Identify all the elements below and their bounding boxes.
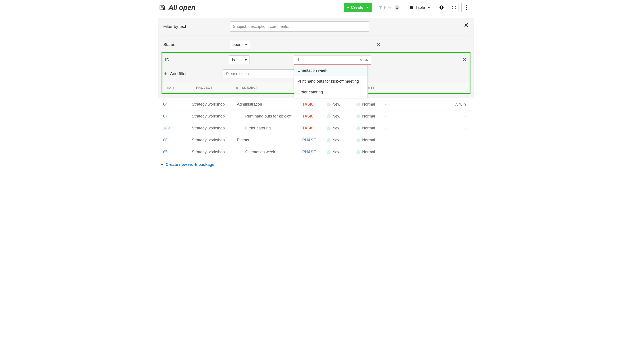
svg-point-9 (466, 7, 467, 8)
expand-icon[interactable]: ⌄ (232, 103, 235, 106)
chevron-up-icon[interactable] (365, 59, 368, 61)
close-filter-button[interactable]: ✕ (464, 22, 469, 28)
remove-id-filter-button[interactable]: ✕ (462, 57, 466, 63)
filter-icon (378, 6, 382, 10)
create-button-label: Create (351, 5, 363, 10)
subject-cell: Orientation week (232, 150, 302, 154)
svg-rect-4 (410, 8, 413, 8)
work-package-id-link[interactable]: 65 (163, 150, 168, 154)
svg-point-8 (466, 5, 467, 6)
column-project-header[interactable]: PROJECT (196, 86, 236, 90)
fullscreen-button[interactable] (449, 3, 459, 12)
filter-id-label: ID (164, 58, 229, 62)
type-badge: TASK (302, 126, 313, 130)
svg-rect-6 (441, 7, 442, 8)
subject-cell: Print hand outs for kick-off... (232, 114, 302, 118)
subject-cell: ⌄Administration (232, 102, 302, 107)
table-row[interactable]: 67Strategy workshopPrint hand outs for k… (158, 110, 474, 122)
filter-id-operator-select[interactable]: is (229, 56, 250, 64)
info-button[interactable] (437, 3, 446, 12)
filter-status-value: open (233, 42, 241, 47)
type-badge: TASK (302, 102, 313, 106)
chevron-down-icon (428, 7, 430, 8)
remove-status-filter-button[interactable]: ✕ (376, 42, 380, 48)
create-work-package-label: Create new work package (166, 162, 214, 167)
svg-point-10 (466, 9, 467, 10)
filter-button[interactable]: Filter 1 (375, 3, 403, 12)
subject-text: Print hand outs for kick-off... (245, 114, 295, 118)
estimated-cell: - (429, 126, 471, 130)
project-cell: Strategy workshop (192, 126, 232, 130)
plus-icon: + (161, 162, 164, 167)
view-toggle-label: Table (415, 5, 425, 10)
divider (163, 36, 469, 36)
work-package-id-link[interactable]: 66 (163, 138, 168, 142)
svg-rect-2 (410, 6, 413, 7)
type-badge: TASK (302, 114, 313, 118)
status-dot-icon (327, 126, 331, 130)
toolbar: All open + Create Filter 1 Table (157, 0, 475, 15)
status-dot-icon (327, 114, 331, 118)
estimated-cell: 7.76 h (429, 102, 471, 107)
dropdown-item[interactable]: Print hand outs for kick-off meeting (294, 76, 367, 87)
filter-status-select[interactable]: open (230, 40, 250, 49)
table-icon (410, 6, 414, 10)
create-work-package-link[interactable]: + Create new work package (158, 158, 217, 171)
filter-by-text-input[interactable] (230, 22, 369, 32)
type-badge: PHASE (302, 150, 316, 154)
svg-rect-1 (161, 8, 164, 10)
add-filter-placeholder: Please select (226, 72, 250, 76)
create-button[interactable]: + Create (344, 3, 372, 12)
work-package-id-link[interactable]: 64 (163, 102, 168, 106)
plus-icon: + (164, 71, 167, 76)
status-cell: New (327, 126, 356, 130)
column-id-header[interactable]: ID ↑ (165, 86, 196, 90)
filter-panel: ✕ Filter by text Status open ✕ ID is (158, 18, 474, 98)
expand-icon[interactable]: ⌄ (232, 138, 235, 142)
work-package-id-link[interactable]: 189 (163, 126, 170, 130)
filter-by-text-label: Filter by text (163, 24, 230, 29)
subject-cell: ⌄Events (232, 138, 302, 142)
table-row[interactable]: 64Strategy workshop⌄AdministrationTASKNe… (158, 98, 474, 110)
priority-dot-icon (356, 150, 360, 154)
status-cell: New (327, 102, 356, 107)
table-row[interactable]: 65Strategy workshopOrientation weekPHASE… (158, 146, 474, 158)
clear-input-icon[interactable]: ✕ (359, 58, 362, 62)
priority-cell: Normal (356, 126, 385, 130)
project-cell: Strategy workshop (192, 150, 232, 154)
highlight-annotation: ID is ✕ Orientation week Print hand outs… (162, 52, 470, 94)
more-menu-button[interactable] (461, 3, 471, 12)
subject-cell: Order catering (232, 126, 302, 130)
page-title: All open (168, 4, 195, 12)
subject-text: Orientation week (245, 150, 275, 154)
priority-cell: Normal (356, 150, 385, 154)
save-icon[interactable] (159, 4, 165, 10)
assignee-cell: - (385, 102, 429, 107)
filter-button-label: Filter (384, 5, 393, 10)
project-cell: Strategy workshop (192, 114, 232, 118)
table-row[interactable]: 66Strategy workshop⌄EventsPHASENewNormal… (158, 134, 474, 146)
filter-id-autocomplete-dropdown: Orientation week Print hand outs for kic… (294, 65, 368, 98)
view-toggle-button[interactable]: Table (406, 3, 434, 12)
chevron-down-icon (245, 44, 248, 46)
assignee-cell: - (385, 126, 429, 130)
priority-dot-icon (356, 138, 360, 142)
estimated-cell: - (429, 138, 471, 142)
dropdown-item[interactable]: Order catering (294, 87, 367, 98)
filter-id-row: ID is ✕ Orientation week Print hand outs… (163, 55, 469, 68)
assignee-cell: - (385, 150, 429, 154)
hierarchy-icon (236, 86, 239, 90)
priority-cell: Normal (356, 102, 385, 107)
status-dot-icon (327, 138, 331, 142)
dropdown-item[interactable]: Orientation week (294, 65, 367, 76)
assignee-cell: - (385, 114, 429, 118)
subject-text: Events (237, 138, 249, 142)
filter-status-label: Status (163, 42, 230, 47)
priority-dot-icon (356, 102, 360, 106)
table-row[interactable]: 189Strategy workshopOrder cateringTASKNe… (158, 122, 474, 134)
status-cell: New (327, 150, 356, 154)
priority-cell: Normal (356, 114, 385, 118)
work-package-id-link[interactable]: 67 (163, 114, 168, 118)
svg-rect-0 (161, 5, 163, 7)
status-cell: New (327, 114, 356, 118)
